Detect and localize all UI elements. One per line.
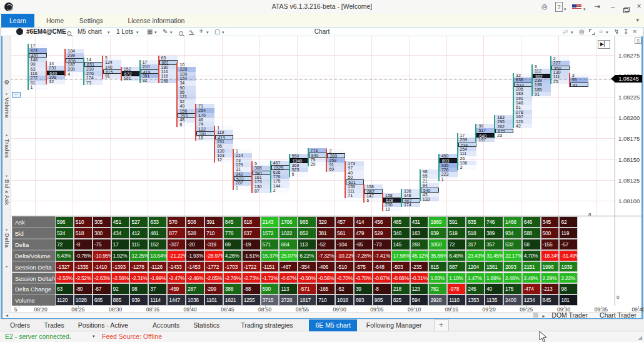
workspace-tab-positions-active[interactable]: Positions - Active (72, 319, 134, 331)
sidebar-expand-icon[interactable]: ▸ (3, 91, 11, 96)
chart-scrollbar[interactable]: ◂ ▸ DOM Trader Chart Trader (3, 312, 641, 318)
cluster-cell: 104 (66, 49, 84, 53)
ribbon-tab-learn[interactable]: Learn (1, 14, 34, 28)
workspace-tab-accounts[interactable]: Accounts (146, 319, 186, 331)
workspace-tab-orders[interactable]: Orders (4, 319, 36, 331)
link-charts-icon[interactable]: ⇄ (563, 28, 568, 36)
sidebar-expand-icon[interactable]: ▸ (3, 133, 11, 137)
cluster-cell: 200 (66, 67, 84, 71)
cluster-cell: 278 (514, 110, 532, 114)
table-cell: 1996 (541, 261, 560, 273)
ribbon-tab-home[interactable]: Home (38, 14, 72, 28)
help-dropdown-icon[interactable]: ▾ (564, 4, 566, 14)
cluster-cell: 450 (440, 154, 458, 158)
table-cell: -19 (242, 239, 261, 250)
cluster-cell: 14 (47, 61, 65, 66)
link-dropdown-icon[interactable]: ▾ (571, 28, 573, 37)
footprint-candle: 1721041935192 (141, 60, 159, 83)
fullscreen-icon[interactable] (589, 29, 595, 35)
minimize-icon[interactable]: – (608, 2, 617, 12)
add-tab-button[interactable]: + (434, 319, 449, 331)
chart-plot-area[interactable]: 1747448114690631162779111423164039832104… (11, 36, 615, 216)
restore-icon[interactable] (623, 7, 629, 13)
footprint-candle: 99517640197 (476, 124, 495, 142)
cluster-cell: 48 (178, 118, 196, 122)
workspace-tab-trades[interactable]: Trades (38, 319, 70, 331)
time-axis[interactable]: 508:2008:2508:3008:3508:4008:4508:5008:5… (11, 306, 615, 312)
sidebar-item-delta[interactable]: Delta (3, 233, 11, 261)
table-cell: 329 (316, 216, 335, 228)
sidebar-item-bid-x-ask[interactable]: Bid x Ask (3, 179, 11, 225)
cluster-cell: 640 (476, 133, 495, 138)
table-cell: -1327 (55, 261, 74, 273)
cluster-cell: 550 (290, 154, 308, 158)
workspace-tab-6e-m5-chart[interactable]: 6E M5 chart (309, 319, 357, 331)
screenshot-icon[interactable]: ◎ (540, 2, 550, 12)
table-cell: 1466 (503, 216, 522, 228)
sidebar-item-trades[interactable]: Trades (3, 139, 11, 171)
table-cell: 357 (485, 239, 503, 250)
window-screenshot-icon[interactable]: ◎ (579, 28, 585, 36)
table-cell: -2.63% (93, 273, 111, 284)
resize-grip-icon[interactable]: ◢ (638, 334, 642, 341)
scroll-left-icon[interactable]: ◂ (6, 313, 8, 318)
sidebar-item-label: Bid x Ask (4, 179, 10, 206)
workspace-tab-trading-strategies[interactable]: Trading strategies (234, 319, 299, 331)
table-cell: -88 (242, 283, 261, 294)
table-row-label: Delta Change (12, 283, 58, 294)
workspace-tab-statistics[interactable]: Statistics (187, 319, 226, 331)
table-cell: -575 (354, 261, 373, 273)
table-cell: -2.56% (55, 273, 74, 284)
jump-to-latest-button[interactable]: ▶▏ (598, 40, 610, 49)
dom-trader-button[interactable]: DOM Trader (551, 311, 588, 319)
footprint-candle: 1463121027612473 (84, 58, 103, 85)
window-close-icon[interactable]: × (633, 28, 636, 36)
table-cell: 380 (93, 228, 111, 239)
sidebar-expand-icon[interactable]: ▸ (3, 264, 11, 268)
cluster-cell: 1 (440, 177, 458, 181)
language-flag-icon[interactable] (572, 4, 581, 10)
connection-status[interactable]: E2 - server connected. (5, 333, 71, 340)
panel-expand-icon[interactable]: ▸ (542, 313, 545, 319)
cluster-cell: 295 (495, 119, 513, 124)
chart-trader-button[interactable]: Chart Trader (600, 311, 636, 319)
ribbon-collapse-icon[interactable]: ▾ (636, 17, 639, 23)
pin-window-icon[interactable]: ⇥ (593, 2, 601, 12)
ribbon-tab-license-information[interactable]: License information (119, 14, 193, 28)
table-cell: 2.46% (503, 273, 522, 284)
table-cell: 1706 (279, 216, 298, 228)
table-cell: 98 (129, 283, 148, 294)
cluster-cell: 726 (440, 168, 458, 172)
pin-panel-icon[interactable]: ↧ (623, 28, 628, 36)
cluster-cell: 75 (309, 158, 327, 162)
cluster-cell: 130 (253, 184, 271, 189)
close-icon[interactable]: × (635, 2, 643, 12)
sidebar-item-volume[interactable]: Volume (3, 98, 11, 130)
workspace-tab-following-manager[interactable]: Following Manager (360, 319, 428, 331)
axis-settings-icon[interactable]: S (635, 38, 641, 44)
table-cell: 782 (428, 283, 447, 294)
price-axis-label: 1.08200 (618, 114, 640, 121)
help-icon[interactable]: ? (555, 2, 563, 12)
panel-square-icon[interactable] (533, 313, 538, 318)
collapsed-panel-handle[interactable]: ┅ (12, 92, 21, 98)
language-dropdown-icon[interactable]: ▾ (583, 4, 586, 14)
gear-icon[interactable]: ⚙ (3, 79, 11, 86)
cluster-cell: 95 (178, 90, 196, 94)
color-scheme-icon[interactable]: ○ (599, 28, 603, 36)
current-price-line (11, 79, 615, 79)
ribbon-tab-settings[interactable]: Settings (71, 14, 111, 28)
scheme-dropdown-icon[interactable]: ▾ (606, 28, 608, 37)
cluster-cell: 419 (141, 69, 159, 74)
table-cell: 1114 (148, 294, 167, 306)
cluster-cell: 144 (271, 184, 289, 188)
sidebar-expand-icon[interactable]: ▸ (3, 227, 11, 231)
table-cell: 2.49% (522, 273, 541, 284)
auto-scroll-icon[interactable]: ↯ (614, 28, 619, 36)
connection-dropdown-icon[interactable]: ▾ (93, 334, 95, 339)
chart-window-header: #6EM4@CME M5 chart ▾ 1 Lots ▾ ▦ ▾ ✎ ▾ ∿ … (1, 28, 643, 36)
sidebar-expand-icon[interactable]: ▸ (3, 173, 11, 178)
table-cell: -0.31% (410, 273, 429, 284)
table-cell: -20 (186, 239, 204, 250)
table-cell: 481 (148, 228, 167, 239)
